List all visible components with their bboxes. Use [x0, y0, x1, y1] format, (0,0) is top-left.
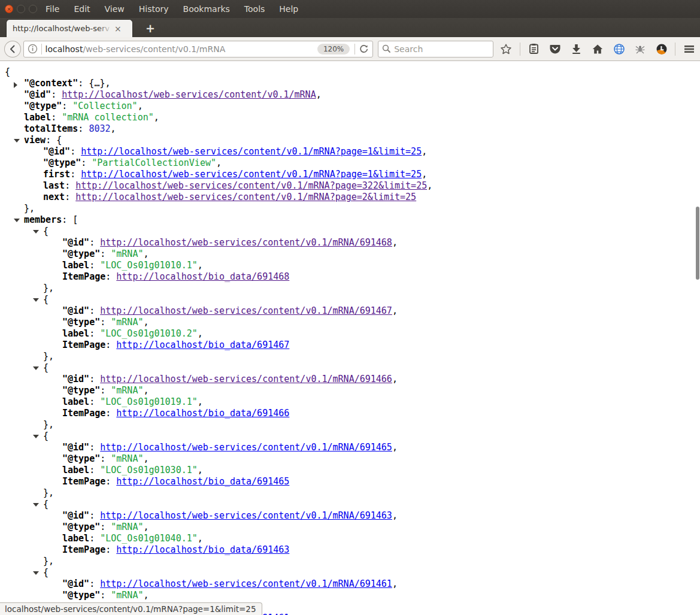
spider-addon-button[interactable] [632, 41, 648, 57]
urlbar-divider [41, 44, 42, 54]
json-link[interactable]: http://localhost/web-services/content/v0… [100, 442, 392, 453]
json-punct: : [78, 123, 89, 134]
downloads-button[interactable] [569, 41, 584, 57]
json-punct: , [422, 169, 427, 180]
search-input[interactable] [394, 44, 498, 54]
json-punct: : [ [62, 214, 78, 225]
json-line: label: "LOC_Os01g01010.1", [0, 260, 700, 271]
json-link[interactable]: http://localhost/web-services/content/v0… [75, 192, 416, 202]
globe-addon-button[interactable] [611, 41, 627, 57]
json-key: ItemPage [62, 408, 105, 419]
twisty-down-icon[interactable] [33, 503, 39, 507]
json-punct: { [43, 362, 49, 373]
json-punct: : [51, 89, 62, 100]
json-link[interactable]: http://localhost/web-services/content/v0… [75, 180, 427, 191]
json-punct: : [100, 385, 111, 396]
json-str: "mRNA" [111, 385, 143, 396]
json-key: "@type" [62, 590, 100, 601]
json-punct: : { [46, 135, 62, 146]
json-link[interactable]: http://localhost/bio_data/691466 [116, 408, 289, 419]
home-button[interactable] [590, 41, 605, 57]
twisty-down-icon[interactable] [33, 435, 39, 438]
twisty-down-icon[interactable] [14, 139, 20, 143]
json-link[interactable]: http://localhost/web-services/content/v0… [100, 305, 392, 316]
json-link[interactable]: http://localhost/web-services/content/v0… [100, 237, 392, 248]
json-punct: : [70, 169, 81, 180]
menubar-item-view[interactable]: View [105, 4, 125, 14]
json-key: "@id" [62, 305, 89, 316]
json-punct: : [62, 101, 72, 111]
bookmark-star-button[interactable] [498, 41, 514, 57]
pocket-icon [549, 43, 561, 55]
json-link[interactable]: http://localhost/web-services/content/v0… [81, 146, 422, 157]
window-maximize-button[interactable] [29, 5, 37, 13]
twisty-down-icon[interactable] [14, 219, 20, 222]
json-line: { [0, 66, 700, 78]
json-link[interactable]: http://localhost/bio_data/691463 [116, 544, 289, 555]
urlbar-divider [354, 44, 355, 54]
json-line: "@type": "mRNA", [0, 522, 700, 533]
menubar-item-file[interactable]: File [46, 4, 59, 14]
json-link[interactable]: http://localhost/web-services/content/v0… [100, 374, 392, 384]
menubar-item-tools[interactable]: Tools [244, 4, 265, 14]
json-punct: }, [43, 351, 54, 362]
json-link[interactable]: http://localhost/web-services/content/v0… [100, 510, 392, 521]
json-line: "@type": "mRNA", [0, 385, 700, 396]
menubar-item-bookmarks[interactable]: Bookmarks [183, 4, 230, 14]
twisty-down-icon[interactable] [33, 230, 39, 234]
json-punct: }, [43, 283, 54, 293]
twisty-down-icon[interactable] [33, 366, 39, 370]
json-punct: { [5, 66, 10, 77]
json-line: "@id": http://localhost/web-services/con… [0, 146, 700, 157]
json-line: "@id": http://localhost/web-services/con… [0, 237, 700, 249]
window-minimize-button[interactable] [17, 5, 25, 13]
json-key: label [62, 396, 89, 407]
menubar-item-edit[interactable]: Edit [74, 4, 90, 14]
tab-close-icon[interactable]: × [114, 24, 122, 34]
json-line: label: "LOC_Os01g01010.2", [0, 328, 700, 340]
json-key: "@id" [62, 510, 89, 521]
json-line: }, [0, 351, 700, 362]
navigation-toolbar: localhost/web-services/content/v0.1/mRNA… [0, 37, 700, 61]
vertical-scrollbar-thumb[interactable] [696, 207, 699, 280]
json-link[interactable]: http://localhost/web-services/content/v0… [81, 169, 422, 180]
window-close-button[interactable]: × [5, 5, 13, 13]
json-punct: , [143, 522, 149, 532]
twisty-down-icon[interactable] [33, 298, 39, 302]
json-punct: }, [43, 487, 54, 498]
url-host: localhost [46, 44, 83, 54]
twisty-right-icon[interactable] [14, 82, 17, 88]
json-punct: { [43, 499, 49, 510]
pocket-button[interactable] [547, 41, 563, 57]
twisty-down-icon[interactable] [33, 571, 39, 575]
json-punct: , [392, 578, 398, 589]
reload-icon[interactable] [359, 44, 369, 54]
json-punct: { [43, 431, 49, 441]
json-punct: , [198, 260, 203, 271]
browser-tab[interactable]: http://localhost/web-serv × [6, 19, 133, 37]
json-link[interactable]: http://localhost/web-services/content/v0… [100, 578, 392, 589]
menu-hamburger-button[interactable] [681, 41, 697, 57]
json-line: "@context": {…}, [0, 78, 700, 89]
json-link[interactable]: http://localhost/web-services/content/v0… [62, 89, 316, 100]
back-button[interactable] [4, 41, 21, 57]
addon-orange-button[interactable] [654, 41, 669, 57]
json-punct: : [81, 157, 92, 168]
json-link[interactable]: http://localhost/bio_data/691467 [116, 340, 289, 350]
json-line: }, [0, 487, 700, 499]
url-bar[interactable]: localhost/web-services/content/v0.1/mRNA… [23, 41, 374, 57]
search-bar[interactable] [378, 41, 493, 57]
json-key: "@id" [62, 374, 89, 384]
json-line: totalItems: 8032, [0, 123, 700, 135]
json-link[interactable]: http://localhost/bio_data/691468 [116, 271, 289, 282]
bookmarks-menu-button[interactable] [526, 41, 542, 57]
new-tab-button[interactable]: + [141, 20, 159, 36]
json-link[interactable]: http://localhost/bio_data/691465 [116, 476, 289, 487]
json-punct: : [89, 465, 100, 475]
json-key: ItemPage [62, 271, 105, 282]
menubar-item-help[interactable]: Help [279, 4, 298, 14]
menubar-item-history[interactable]: History [139, 4, 169, 14]
page-info-icon[interactable] [28, 44, 38, 54]
json-punct: : [89, 533, 100, 544]
zoom-level-badge[interactable]: 120% [317, 44, 350, 54]
